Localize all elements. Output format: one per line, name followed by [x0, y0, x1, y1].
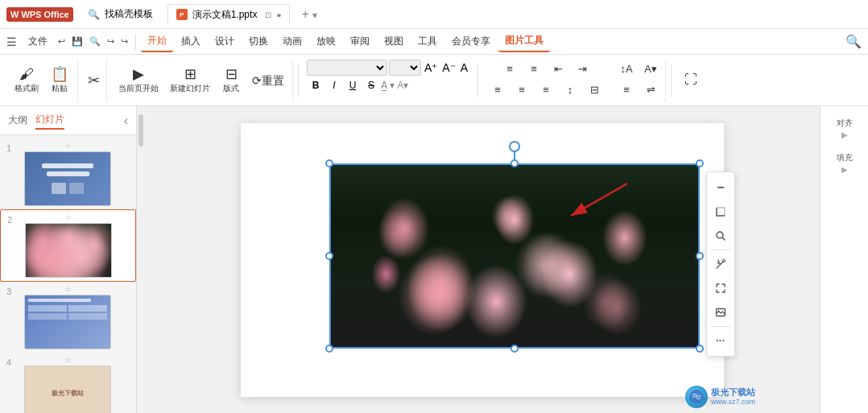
menu-start[interactable]: 开始 — [141, 31, 173, 52]
menu-animation[interactable]: 动画 — [276, 31, 308, 52]
convert-button[interactable]: ⇌ — [639, 81, 662, 100]
play-icon: ▶ — [133, 67, 144, 81]
menu-image-tools[interactable]: 图片工具 — [498, 31, 550, 52]
italic-button[interactable]: I — [325, 77, 343, 93]
handle-top-right[interactable] — [696, 159, 704, 167]
wps-logo[interactable]: W WPS Office — [6, 7, 73, 22]
column-button[interactable]: ⊟ — [583, 81, 606, 100]
font-size-increase[interactable]: A⁺ — [423, 61, 439, 74]
magic-icon — [715, 258, 726, 270]
hamburger-menu[interactable]: ☰ — [6, 35, 17, 48]
slide-item-2[interactable]: 2 ☆ — [0, 209, 136, 282]
slide-thumb-4: 极光下载站 — [24, 366, 111, 413]
float-minus-button[interactable]: − — [709, 176, 732, 199]
align-left-button[interactable]: ≡ — [486, 81, 509, 100]
right-panel-fill[interactable]: 填充 ▶ — [824, 147, 866, 179]
text-direction-button[interactable]: ↕A — [615, 60, 638, 79]
handle-top-middle[interactable] — [510, 159, 519, 167]
crop-toolbar-button[interactable]: ⛶ — [676, 61, 705, 100]
slide-item-4[interactable]: 4 ☆ 极光下载站 — [0, 353, 136, 413]
line-spacing-button[interactable]: ↕ — [559, 81, 581, 100]
tab-template-label: 找稿壳模板 — [105, 7, 153, 21]
menu-switch[interactable]: 切换 — [242, 31, 275, 52]
menu-review[interactable]: 审阅 — [344, 31, 376, 52]
new-slide-button[interactable]: ⊞ 新建幻灯片 — [165, 61, 215, 100]
float-crop-button[interactable] — [709, 200, 732, 223]
menu-file[interactable]: 文件 — [22, 31, 54, 52]
menu-bar: ☰ 文件 ↩ 💾 🔍 ↪ ↪ 开始 插入 设计 切换 动画 放映 审阅 视图 工… — [0, 29, 868, 55]
reset-button[interactable]: ⟳重置 — [247, 61, 289, 100]
handle-middle-left[interactable] — [325, 252, 333, 260]
toolbar: 🖌 格式刷 📋 粘贴 ✂ ▶ 当前页开始 ⊞ 新建幻灯片 ⊟ 版式 ⟳重置 — [0, 55, 868, 106]
font-size-decrease[interactable]: A⁻ — [440, 61, 457, 74]
handle-top-left[interactable] — [325, 159, 333, 167]
slide-canvas[interactable]: − — [241, 123, 724, 397]
paste-icon: 📋 — [51, 67, 68, 81]
bold-button[interactable]: B — [307, 77, 324, 93]
menu-playback[interactable]: 放映 — [310, 31, 342, 52]
menu-tools[interactable]: 工具 — [411, 31, 444, 52]
sidebar-collapse-button[interactable]: ‹ — [124, 114, 128, 128]
underline-button[interactable]: U — [344, 77, 362, 93]
float-image-button[interactable] — [709, 301, 732, 324]
image-container[interactable]: − — [329, 163, 700, 349]
font-family-select[interactable] — [307, 60, 387, 76]
search-icon[interactable]: 🔍 — [845, 34, 862, 49]
text-shadow-button[interactable]: A▾ — [639, 60, 662, 79]
toolbar-redo2[interactable]: ↪ — [118, 35, 130, 48]
more-text-formats[interactable]: A̲ ▾ — [381, 80, 395, 91]
add-tab-button[interactable]: + ▾ — [296, 7, 322, 22]
layout-button[interactable]: ⊟ 版式 — [217, 61, 246, 100]
strikethrough-button[interactable]: S — [362, 77, 380, 93]
cut-button[interactable]: ✂ — [85, 61, 103, 100]
slide-item-1[interactable]: 1 ☆ — [0, 138, 136, 209]
toolbar-search[interactable]: 🔍 — [87, 35, 103, 48]
handle-bottom-right[interactable] — [696, 345, 704, 353]
svg-point-5 — [689, 390, 704, 404]
sidebar-tab-outline[interactable]: 大纲 — [8, 112, 27, 129]
toolbar-undo[interactable]: ↩ — [56, 35, 68, 48]
indent-increase[interactable]: ⇥ — [571, 60, 593, 79]
sidebar: 大纲 幻灯片 ‹ 1 ☆ — [0, 106, 137, 413]
slide-thumb-3 — [24, 295, 111, 349]
float-fullscreen-button[interactable] — [709, 277, 732, 299]
align-right-button[interactable]: ≡ — [535, 81, 557, 100]
handle-middle-right[interactable] — [696, 252, 704, 260]
tab-options-icon[interactable]: ⊡ — [265, 10, 271, 19]
float-more-button[interactable]: ••• — [709, 329, 732, 352]
menu-insert[interactable]: 插入 — [175, 31, 207, 52]
right-panel-align[interactable]: 对齐 ▶ — [824, 113, 866, 144]
handle-bottom-left[interactable] — [325, 345, 333, 353]
menu-view[interactable]: 视图 — [378, 31, 410, 52]
sidebar-header: 大纲 幻灯片 ‹ — [0, 106, 136, 135]
svg-point-0 — [717, 232, 723, 238]
tab-close-circle[interactable]: ● — [276, 10, 281, 19]
paste-button[interactable]: 📋 粘贴 — [45, 61, 74, 100]
float-zoom-button[interactable] — [709, 225, 732, 247]
indent-decrease[interactable]: ⇤ — [547, 60, 569, 79]
toolbar-sep-1 — [298, 64, 299, 97]
tab-presentation[interactable]: P 演示文稿1.pptx ⊡ ● — [167, 4, 291, 25]
rotate-handle[interactable] — [509, 141, 520, 152]
number-list-button[interactable]: ≡ — [523, 60, 545, 79]
selected-image[interactable] — [329, 163, 700, 349]
playback-button[interactable]: ▶ 当前页开始 — [114, 61, 163, 100]
slide-item-3[interactable]: 3 ☆ — [0, 282, 136, 353]
toolbar-save[interactable]: 💾 — [69, 35, 85, 48]
font-size-select[interactable] — [389, 60, 421, 76]
menu-design[interactable]: 设计 — [209, 31, 241, 52]
align-center-button[interactable]: ≡ — [510, 81, 533, 100]
sidebar-scroll[interactable] — [137, 106, 145, 413]
crop-toolbar-icon: ⛶ — [684, 72, 697, 87]
menu-member[interactable]: 会员专享 — [445, 31, 497, 52]
handle-bottom-middle[interactable] — [510, 345, 519, 353]
font-color-button[interactable]: A▾ — [397, 80, 408, 91]
float-magic-button[interactable] — [709, 253, 732, 275]
text-align-v-button[interactable]: ≡ — [615, 81, 638, 100]
tab-template[interactable]: 🔍 找稿壳模板 — [80, 4, 161, 24]
format-brush-button[interactable]: 🖌 格式刷 — [10, 61, 43, 100]
sidebar-tab-slides[interactable]: 幻灯片 — [35, 111, 64, 130]
toolbar-redo1[interactable]: ↪ — [105, 35, 117, 48]
clear-format-icon[interactable]: A — [459, 61, 469, 74]
bullet-list-button[interactable]: ≡ — [498, 60, 521, 79]
